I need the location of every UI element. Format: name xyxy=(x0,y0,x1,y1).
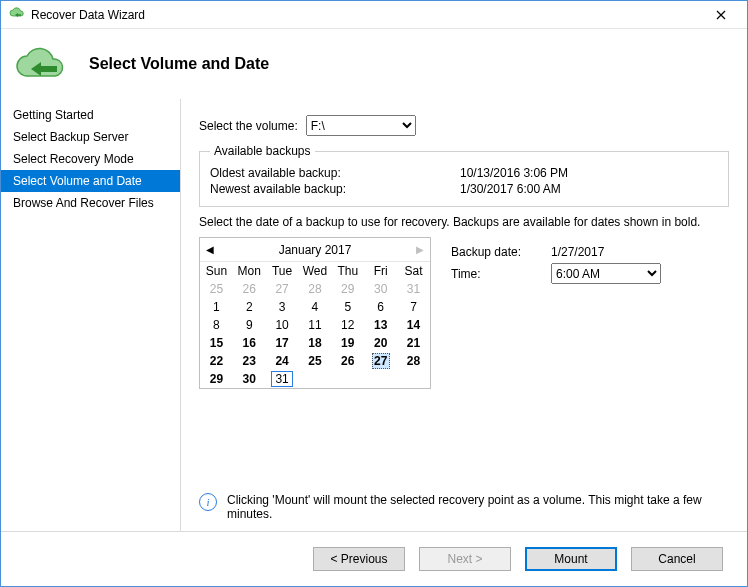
calendar-day[interactable]: 17 xyxy=(266,334,299,352)
cloud-logo-icon xyxy=(13,42,71,86)
sidebar-item-getting-started[interactable]: Getting Started xyxy=(1,104,180,126)
calendar-day[interactable]: 5 xyxy=(331,298,364,316)
calendar-day[interactable]: 12 xyxy=(331,316,364,334)
volume-select[interactable]: F:\ xyxy=(306,115,416,136)
calendar-day[interactable]: 6 xyxy=(364,298,397,316)
page-heading: Select Volume and Date xyxy=(89,55,269,73)
calendar-prev-icon[interactable]: ◀ xyxy=(200,244,220,255)
calendar-day-header: Wed xyxy=(299,262,332,280)
previous-button[interactable]: < Previous xyxy=(313,547,405,571)
mount-button[interactable]: Mount xyxy=(525,547,617,571)
calendar-day[interactable]: 25 xyxy=(200,280,233,298)
calendar-day[interactable]: 3 xyxy=(266,298,299,316)
calendar-day[interactable]: 19 xyxy=(331,334,364,352)
info-note-text: Clicking 'Mount' will mount the selected… xyxy=(227,493,729,521)
calendar-day[interactable]: 30 xyxy=(233,370,266,388)
calendar-day[interactable]: 1 xyxy=(200,298,233,316)
oldest-backup-value: 10/13/2016 3:06 PM xyxy=(460,166,568,180)
calendar-day[interactable]: 18 xyxy=(299,334,332,352)
sidebar-item-select-volume-and-date[interactable]: Select Volume and Date xyxy=(1,170,180,192)
calendar-day-header: Fri xyxy=(364,262,397,280)
calendar-day[interactable]: 26 xyxy=(331,352,364,370)
calendar-day-header: Sat xyxy=(397,262,430,280)
sidebar-item-select-backup-server[interactable]: Select Backup Server xyxy=(1,126,180,148)
calendar-day xyxy=(299,370,332,388)
calendar-day[interactable]: 27 xyxy=(266,280,299,298)
oldest-backup-label: Oldest available backup: xyxy=(210,166,460,180)
calendar-day[interactable]: 27 xyxy=(364,352,397,370)
info-note: i Clicking 'Mount' will mount the select… xyxy=(199,493,729,521)
calendar-day[interactable]: 31 xyxy=(397,280,430,298)
available-backups-legend: Available backups xyxy=(210,144,315,158)
backup-date-label: Backup date: xyxy=(451,245,551,259)
calendar-day[interactable]: 10 xyxy=(266,316,299,334)
instruction-text: Select the date of a backup to use for r… xyxy=(199,215,729,229)
close-button[interactable] xyxy=(701,3,741,27)
calendar-day-header: Tue xyxy=(266,262,299,280)
calendar-day[interactable]: 22 xyxy=(200,352,233,370)
calendar-day[interactable]: 28 xyxy=(299,280,332,298)
calendar-day xyxy=(397,370,430,388)
calendar-day-header: Sun xyxy=(200,262,233,280)
newest-backup-value: 1/30/2017 6:00 AM xyxy=(460,182,561,196)
calendar-day[interactable]: 26 xyxy=(233,280,266,298)
calendar-next-icon[interactable]: ▶ xyxy=(410,244,430,255)
calendar-day[interactable]: 11 xyxy=(299,316,332,334)
next-button: Next > xyxy=(419,547,511,571)
time-label: Time: xyxy=(451,267,551,281)
volume-label: Select the volume: xyxy=(199,119,298,133)
calendar-title: January 2017 xyxy=(220,243,410,257)
calendar-day[interactable]: 16 xyxy=(233,334,266,352)
calendar-day[interactable]: 7 xyxy=(397,298,430,316)
calendar[interactable]: ◀ January 2017 ▶ SunMonTueWedThuFriSat 2… xyxy=(199,237,431,389)
titlebar: Recover Data Wizard xyxy=(1,1,747,29)
calendar-day[interactable]: 24 xyxy=(266,352,299,370)
footer: < Previous Next > Mount Cancel xyxy=(1,531,747,586)
calendar-day[interactable]: 8 xyxy=(200,316,233,334)
sidebar-item-select-recovery-mode[interactable]: Select Recovery Mode xyxy=(1,148,180,170)
backup-date-value: 1/27/2017 xyxy=(551,245,604,259)
calendar-day[interactable]: 14 xyxy=(397,316,430,334)
calendar-day[interactable]: 29 xyxy=(200,370,233,388)
calendar-day[interactable]: 28 xyxy=(397,352,430,370)
app-icon xyxy=(9,7,25,23)
time-select[interactable]: 6:00 AM xyxy=(551,263,661,284)
calendar-day[interactable]: 30 xyxy=(364,280,397,298)
available-backups-group: Available backups Oldest available backu… xyxy=(199,144,729,207)
calendar-day[interactable]: 21 xyxy=(397,334,430,352)
calendar-day-header: Thu xyxy=(331,262,364,280)
cancel-button[interactable]: Cancel xyxy=(631,547,723,571)
sidebar-item-browse-and-recover-files[interactable]: Browse And Recover Files xyxy=(1,192,180,214)
calendar-day[interactable]: 2 xyxy=(233,298,266,316)
calendar-day xyxy=(331,370,364,388)
calendar-day[interactable]: 15 xyxy=(200,334,233,352)
calendar-day[interactable]: 9 xyxy=(233,316,266,334)
calendar-day[interactable]: 13 xyxy=(364,316,397,334)
calendar-day[interactable]: 20 xyxy=(364,334,397,352)
newest-backup-label: Newest available backup: xyxy=(210,182,460,196)
sidebar: Getting Started Select Backup Server Sel… xyxy=(1,99,181,531)
calendar-day xyxy=(364,370,397,388)
window-title: Recover Data Wizard xyxy=(31,8,701,22)
header: Select Volume and Date xyxy=(1,29,747,99)
main-panel: Select the volume: F:\ Available backups… xyxy=(181,99,747,531)
info-icon: i xyxy=(199,493,217,511)
calendar-day[interactable]: 23 xyxy=(233,352,266,370)
calendar-day[interactable]: 29 xyxy=(331,280,364,298)
calendar-day[interactable]: 31 xyxy=(266,370,299,388)
calendar-day-header: Mon xyxy=(233,262,266,280)
calendar-day[interactable]: 25 xyxy=(299,352,332,370)
calendar-day[interactable]: 4 xyxy=(299,298,332,316)
